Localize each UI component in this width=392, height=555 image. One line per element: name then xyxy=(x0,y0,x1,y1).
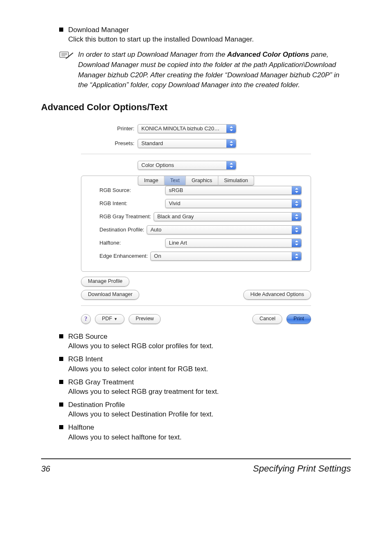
footer-section: Specifying Print Settings xyxy=(253,463,351,474)
explanation-list: RGB SourceAllows you to select RGB color… xyxy=(41,332,351,442)
page-footer: 36 Specifying Print Settings xyxy=(41,463,351,474)
cancel-button[interactable]: Cancel xyxy=(252,314,282,324)
bullet-item: RGB Gray Treatment xyxy=(59,378,351,386)
profile-button-row: Manage Profile xyxy=(81,277,311,287)
popup-arrows-icon xyxy=(292,213,301,221)
bullet-square-icon xyxy=(59,28,63,32)
footer-rule xyxy=(41,458,351,459)
printer-label: Printer: xyxy=(81,125,138,132)
bullet-square-icon xyxy=(59,334,63,338)
bullet-square-icon xyxy=(59,380,63,384)
option-row: RGB Source:sRGB xyxy=(90,186,302,195)
hide-advanced-button[interactable]: Hide Advanced Options xyxy=(243,290,311,300)
option-value: Line Art xyxy=(169,240,187,246)
bullet-title: Download Manager xyxy=(68,25,129,34)
option-popup[interactable]: sRGB xyxy=(165,186,302,195)
printer-value: KONICA MINOLTA bizhub C20… xyxy=(141,125,219,132)
option-label: RGB Intent: xyxy=(90,200,165,206)
bullet-item: RGB Intent xyxy=(59,355,351,363)
popup-arrows-icon xyxy=(292,239,301,247)
popup-arrows-icon xyxy=(292,252,301,260)
option-popup[interactable]: Auto xyxy=(147,225,302,234)
bullet-title: RGB Source xyxy=(68,332,107,341)
bullet-item: Download Manager xyxy=(59,25,351,34)
option-popup[interactable]: Line Art xyxy=(165,238,302,247)
preview-button[interactable]: Preview xyxy=(129,314,161,324)
option-value: Black and Gray xyxy=(157,213,194,220)
option-value: Vivid xyxy=(169,200,180,206)
option-label: Destination Profile: xyxy=(90,227,144,233)
note-pencil-icon xyxy=(59,50,74,60)
help-button[interactable]: ? xyxy=(81,314,91,324)
option-value: Auto xyxy=(150,227,161,233)
download-manager-button[interactable]: Download Manager xyxy=(81,290,139,300)
pdf-label: PDF xyxy=(102,316,112,321)
option-label: RGB Gray Treatment: xyxy=(90,213,151,220)
option-row: Halftone:Line Art xyxy=(90,238,302,247)
note-block: In order to start up Download Manager fr… xyxy=(59,50,351,90)
bullet-title: Destination Profile xyxy=(68,400,125,409)
popup-arrows-icon xyxy=(292,199,301,208)
pane-value: Color Options xyxy=(141,162,174,168)
popup-arrows-icon xyxy=(292,186,301,194)
bullet-square-icon xyxy=(59,425,63,429)
page-number: 36 xyxy=(41,464,50,474)
option-row: RGB Gray Treatment:Black and Gray xyxy=(90,212,302,221)
print-button[interactable]: Print xyxy=(286,314,311,324)
tab-bar: ImageTextGraphicsSimulation xyxy=(138,176,254,185)
bullet-square-icon xyxy=(59,402,63,407)
printer-popup[interactable]: KONICA MINOLTA bizhub C20… xyxy=(138,124,236,133)
chevron-down-icon: ▼ xyxy=(114,317,118,321)
pane-popup[interactable]: Color Options xyxy=(138,161,236,170)
bullet-title: RGB Intent xyxy=(68,355,103,363)
manage-profile-button[interactable]: Manage Profile xyxy=(81,277,129,287)
tab-image[interactable]: Image xyxy=(138,176,164,185)
tab-graphics[interactable]: Graphics xyxy=(186,176,218,185)
popup-arrows-icon xyxy=(226,125,236,133)
option-value: sRGB xyxy=(169,187,183,193)
print-dialog: Printer: KONICA MINOLTA bizhub C20… Pres… xyxy=(81,124,311,324)
bullet-desc: Allows you to select RGB gray treatment … xyxy=(68,387,351,396)
popup-arrows-icon xyxy=(226,139,236,148)
popup-arrows-icon xyxy=(292,226,301,234)
bullet-desc: Click this button to start up the instal… xyxy=(68,35,351,44)
bullet-title: Halftone xyxy=(68,423,94,432)
bullet-item: Halftone xyxy=(59,423,351,432)
divider xyxy=(81,154,311,154)
bullet-desc: Allows you to select Destination Profile… xyxy=(68,410,351,419)
option-popup[interactable]: Vivid xyxy=(165,199,302,208)
option-label: RGB Source: xyxy=(90,187,165,193)
section-heading: Advanced Color Options/Text xyxy=(41,102,351,113)
tab-panel: RGB Source:sRGBRGB Intent:VividRGB Gray … xyxy=(81,176,311,272)
bullet-desc: Allows you to select color intent for RG… xyxy=(68,365,351,374)
note-text: In order to start up Download Manager fr… xyxy=(78,50,351,90)
bullet-desc: Allows you to select halftone for text. xyxy=(68,433,351,442)
tab-simulation[interactable]: Simulation xyxy=(218,176,254,185)
divider xyxy=(81,305,311,306)
presets-popup[interactable]: Standard xyxy=(138,139,236,148)
tab-text[interactable]: Text xyxy=(164,176,186,185)
popup-arrows-icon xyxy=(226,161,236,169)
option-row: Destination Profile:Auto xyxy=(90,225,302,234)
option-label: Halftone: xyxy=(90,240,165,246)
option-popup[interactable]: Black and Gray xyxy=(154,212,302,221)
option-popup[interactable]: On xyxy=(150,252,302,261)
option-row: Edge Enhancement:On xyxy=(90,252,302,261)
presets-label: Presets: xyxy=(81,140,138,146)
option-row: RGB Intent:Vivid xyxy=(90,199,302,208)
bullet-square-icon xyxy=(59,357,63,361)
bullet-desc: Allows you to select RGB color profiles … xyxy=(68,342,351,351)
bullet-title: RGB Gray Treatment xyxy=(68,378,134,386)
pdf-button[interactable]: PDF▼ xyxy=(95,314,125,324)
bullet-item: Destination Profile xyxy=(59,400,351,409)
option-value: On xyxy=(154,253,161,259)
presets-value: Standard xyxy=(141,140,163,146)
bullet-item: RGB Source xyxy=(59,332,351,341)
option-label: Edge Enhancement: xyxy=(90,253,148,259)
